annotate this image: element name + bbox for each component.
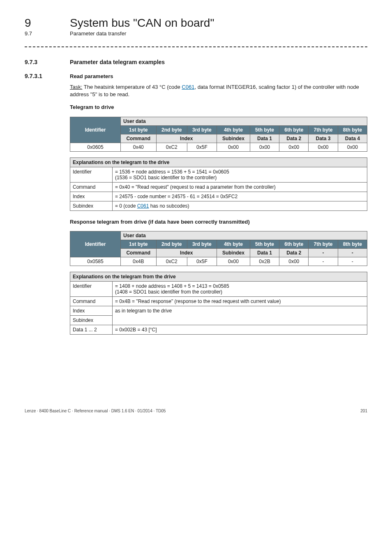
expl-key: Index	[70, 192, 113, 201]
heading-9-7-3: 9.7.3 Parameter data telegram examples	[25, 59, 367, 65]
col-byte: 8th byte	[338, 240, 367, 249]
heading-title: Parameter data telegram examples	[70, 59, 165, 65]
col-blank: -	[338, 249, 367, 257]
task-text-pre: The heatsink temperature of 43 °C (code	[82, 84, 182, 90]
col-data3: Data 3	[309, 134, 338, 143]
col-identifier: Identifier	[70, 231, 121, 257]
col-subindex: Subindex	[217, 134, 250, 143]
col-data1: Data 1	[250, 249, 279, 257]
explanations-to-drive-table: Explanations on the telegram to the driv…	[70, 157, 367, 211]
col-byte: 4th byte	[217, 240, 250, 249]
expl-key: Subindex	[70, 316, 113, 325]
expl-key: Index	[70, 306, 113, 316]
telegram-from-drive-table: Identifier User data 1st byte 2nd byte 3…	[70, 231, 367, 266]
page-footer: Lenze · 8400 BaseLine C · Reference manu…	[25, 409, 367, 413]
col-command: Command	[121, 134, 157, 143]
section-header: 9.7 Parameter data transfer	[25, 30, 367, 37]
cell-value: 0x40	[121, 143, 157, 151]
col-byte: 2nd byte	[156, 240, 187, 249]
col-byte: 1st byte	[121, 240, 157, 249]
col-byte: 8th byte	[338, 125, 367, 134]
cell-value: 0x5F	[187, 257, 217, 266]
col-byte: 3rd byte	[187, 125, 217, 134]
footer-page-number: 201	[360, 409, 367, 413]
expl-value-pre: = 0 (code	[115, 203, 137, 209]
chapter-header: 9 System bus "CAN on board"	[25, 16, 367, 30]
cell-value: 0x2B	[250, 257, 279, 266]
col-byte: 1st byte	[121, 125, 157, 134]
col-byte: 5th byte	[250, 240, 279, 249]
col-userdata: User data	[121, 117, 367, 125]
heading-title: Read parameters	[70, 73, 113, 79]
expl-key: Identifier	[70, 167, 113, 182]
col-byte: 4th byte	[217, 125, 250, 134]
separator-dashes	[25, 46, 367, 47]
cell-value: 0x00	[217, 143, 250, 151]
col-byte: 6th byte	[279, 125, 309, 134]
col-data2: Data 2	[279, 134, 309, 143]
section-number: 9.7	[25, 30, 70, 37]
task-label: Task:	[70, 84, 82, 90]
heading-number: 9.7.3.1	[25, 73, 70, 79]
expl-value: = 0x002B = 43 [°C]	[113, 325, 367, 335]
col-byte: 3rd byte	[187, 240, 217, 249]
expl-value: as in telegram to the drive	[113, 306, 367, 325]
chapter-title: System bus "CAN on board"	[70, 16, 214, 30]
expl-key: Command	[70, 182, 113, 192]
col-blank: -	[309, 249, 338, 257]
col-userdata: User data	[121, 231, 367, 240]
heading-number: 9.7.3	[25, 59, 70, 65]
cell-value: 0x0585	[70, 257, 121, 266]
col-command: Command	[121, 249, 157, 257]
cell-value: 0x00	[279, 257, 309, 266]
explanations-from-drive-table: Explanations on the telegram from the dr…	[70, 272, 367, 335]
cell-value: 0x00	[309, 143, 338, 151]
cell-value: 0x00	[217, 257, 250, 266]
cell-value: 0x00	[338, 143, 367, 151]
code-link-c061[interactable]: C061	[137, 203, 149, 209]
cell-value: 0x0605	[70, 143, 121, 151]
cell-value: 0x4B	[121, 257, 157, 266]
code-link-c061[interactable]: C061	[182, 84, 194, 90]
col-byte: 5th byte	[250, 125, 279, 134]
col-byte: 2nd byte	[156, 125, 187, 134]
expl-title: Explanations on the telegram to the driv…	[70, 157, 367, 167]
expl-value: = 24575 - code number = 24575 - 61 = 245…	[113, 192, 367, 201]
expl-key: Identifier	[70, 282, 113, 297]
telegram-to-drive-table: Identifier User data 1st byte 2nd byte 3…	[70, 117, 367, 152]
expl-value: = 0x4B = "Read response" (response to th…	[113, 297, 367, 306]
cell-value: -	[309, 257, 338, 266]
col-data2: Data 2	[279, 249, 309, 257]
col-index: Index	[156, 134, 217, 143]
heading-9-7-3-1: 9.7.3.1 Read parameters	[25, 73, 367, 79]
col-data1: Data 1	[250, 134, 279, 143]
col-identifier: Identifier	[70, 117, 121, 143]
cell-value: 0xC2	[156, 257, 187, 266]
col-data4: Data 4	[338, 134, 367, 143]
col-byte: 6th byte	[279, 240, 309, 249]
col-subindex: Subindex	[217, 249, 250, 257]
cell-value: 0xC2	[156, 143, 187, 151]
expl-key: Command	[70, 297, 113, 306]
expl-key: Data 1 ... 2	[70, 325, 113, 335]
cell-value: 0x00	[279, 143, 309, 151]
expl-value: = 1536 + node address = 1536 + 5 = 1541 …	[113, 167, 367, 182]
telegram-to-drive-heading: Telegram to drive	[70, 104, 367, 111]
expl-key: Subindex	[70, 201, 113, 210]
section-title: Parameter data transfer	[70, 30, 126, 37]
col-byte: 7th byte	[309, 125, 338, 134]
task-paragraph: Task: The heatsink temperature of 43 °C …	[70, 83, 367, 98]
cell-value: 0x00	[250, 143, 279, 151]
footer-left: Lenze · 8400 BaseLine C · Reference manu…	[25, 409, 166, 413]
expl-value: = 0 (code C061 has no subcodes)	[113, 201, 367, 210]
expl-title: Explanations on the telegram from the dr…	[70, 272, 367, 282]
expl-value: = 0x40 = "Read request" (request to read…	[113, 182, 367, 192]
response-heading: Response telegram from drive (if data ha…	[70, 218, 367, 226]
chapter-number: 9	[25, 16, 70, 30]
col-byte: 7th byte	[309, 240, 338, 249]
col-index: Index	[156, 249, 217, 257]
expl-value-post: has no subcodes)	[149, 203, 189, 209]
cell-value: -	[338, 257, 367, 266]
expl-value: = 1408 + node address = 1408 + 5 = 1413 …	[113, 282, 367, 297]
cell-value: 0x5F	[187, 143, 217, 151]
